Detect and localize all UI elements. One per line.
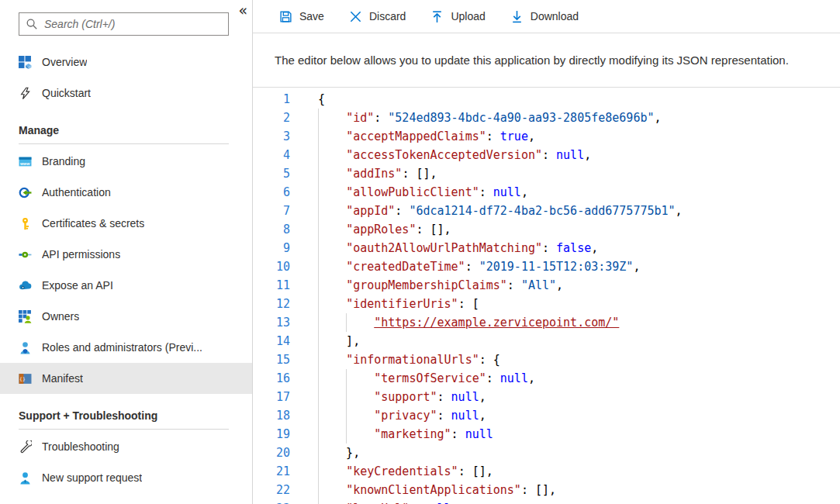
code-text: "logoUrl": null, xyxy=(318,499,458,504)
code-text: "addIns": [], xyxy=(318,164,437,183)
line-number: 4 xyxy=(253,146,290,164)
sidebar-item-new-support-request[interactable]: New support request xyxy=(0,462,252,493)
line-number: 1 xyxy=(253,90,290,109)
sidebar-item-label: Manifest xyxy=(42,372,83,385)
sidebar: « OverviewQuickstartManagewwwBrandingAut… xyxy=(0,0,253,504)
collapse-sidebar-button[interactable]: « xyxy=(238,3,247,18)
code-line[interactable]: 6 "allowPublicClient": null, xyxy=(253,183,840,202)
code-line[interactable]: 22 "knownClientApplications": [], xyxy=(253,481,840,499)
code-line[interactable]: 16 "termsOfService": null, xyxy=(253,369,840,388)
line-number: 5 xyxy=(253,164,290,183)
code-line[interactable]: 2 "id": "524ed893-4bdc-4a90-aa93-2805fe8… xyxy=(253,109,840,127)
line-number: 20 xyxy=(253,444,290,462)
search-input[interactable] xyxy=(19,12,229,36)
sidebar-item-authentication[interactable]: Authentication xyxy=(0,177,252,208)
sidebar-item-label: API permissions xyxy=(42,248,120,261)
code-line[interactable]: 7 "appId": "6dca1214-df72-4ba2-bc56-add6… xyxy=(253,202,840,220)
manifest-icon: {} xyxy=(19,372,32,385)
code-text: "termsOfService": null, xyxy=(318,369,535,388)
sidebar-item-roles-and-administrators-previ[interactable]: Roles and administrators (Previ... xyxy=(0,332,252,363)
code-line[interactable]: 9 "oauth2AllowUrlPathMatching": false, xyxy=(253,239,840,257)
code-line[interactable]: 5 "addIns": [], xyxy=(253,164,840,183)
indent-guide xyxy=(346,369,347,444)
upload-button[interactable]: Upload xyxy=(418,0,497,33)
download-button[interactable]: Download xyxy=(498,0,591,33)
code-line[interactable]: 4 "accessTokenAcceptedVersion": null, xyxy=(253,146,840,164)
code-text: }, xyxy=(318,444,360,462)
toolbar: SaveDiscardUploadDownload xyxy=(253,0,840,33)
code-line[interactable]: 21 "keyCredentials": [], xyxy=(253,462,840,481)
line-number: 2 xyxy=(253,109,290,127)
line-number: 17 xyxy=(253,388,290,406)
line-number: 8 xyxy=(253,220,290,239)
code-line[interactable]: 13 "https://example.zervicepoint.com/" xyxy=(253,313,840,332)
code-text: "keyCredentials": [], xyxy=(318,462,493,481)
code-text: "accessTokenAcceptedVersion": null, xyxy=(318,146,591,164)
sidebar-item-label: New support request xyxy=(42,471,142,484)
code-text: "marketing": null xyxy=(318,425,493,444)
sidebar-item-manifest[interactable]: {}Manifest xyxy=(0,363,252,394)
code-line[interactable]: 1{ xyxy=(253,90,840,109)
code-text: "informationalUrls": { xyxy=(318,350,500,369)
code-text: "support": null, xyxy=(318,388,486,406)
code-text: "appRoles": [], xyxy=(318,220,451,239)
code-text: { xyxy=(318,90,325,109)
branding-icon: www xyxy=(19,155,32,168)
code-line[interactable]: 12 "identifierUris": [ xyxy=(253,295,840,313)
sidebar-section-header: Manage xyxy=(0,109,252,143)
code-line[interactable]: 19 "marketing": null xyxy=(253,425,840,444)
sidebar-item-api-permissions[interactable]: API permissions xyxy=(0,239,252,270)
sidebar-item-overview[interactable]: Overview xyxy=(0,47,252,78)
line-number: 14 xyxy=(253,332,290,350)
manifest-json-editor[interactable]: 1{2 "id": "524ed893-4bdc-4a90-aa93-2805f… xyxy=(253,88,840,504)
toolbar-button-label: Download xyxy=(531,10,579,22)
svg-text:{}: {} xyxy=(19,376,26,382)
code-line[interactable]: 20 }, xyxy=(253,444,840,462)
troubleshooting-icon xyxy=(19,440,32,454)
sidebar-item-label: Expose an API xyxy=(42,279,113,292)
info-bar: The editor below allows you to update th… xyxy=(253,33,840,88)
line-number: 11 xyxy=(253,276,290,295)
sidebar-item-label: Roles and administrators (Previ... xyxy=(42,341,202,354)
code-line[interactable]: 3 "acceptMappedClaims": true, xyxy=(253,127,840,146)
line-number: 6 xyxy=(253,183,290,202)
code-text: "oauth2AllowUrlPathMatching": false, xyxy=(318,239,598,257)
sidebar-item-owners[interactable]: Owners xyxy=(0,301,252,332)
new-support-request-icon xyxy=(19,471,32,485)
code-line[interactable]: 18 "privacy": null, xyxy=(253,406,840,425)
code-line[interactable]: 11 "groupMembershipClaims": "All", xyxy=(253,276,840,295)
sidebar-item-label: Branding xyxy=(42,155,85,167)
editor-info-text: The editor below allows you to update th… xyxy=(275,54,789,67)
code-line[interactable]: 15 "informationalUrls": { xyxy=(253,350,840,369)
sidebar-section-header: Support + Troubleshooting xyxy=(0,394,252,429)
sidebar-item-expose-an-api[interactable]: Expose an API xyxy=(0,270,252,301)
search-box xyxy=(19,12,229,36)
upload-icon xyxy=(430,10,444,23)
api-permissions-icon xyxy=(19,248,32,261)
line-number: 16 xyxy=(253,369,290,388)
sidebar-item-label: Authentication xyxy=(42,186,111,198)
code-text: "appId": "6dca1214-df72-4ba2-bc56-add677… xyxy=(318,202,683,220)
code-line[interactable]: 23 "logoUrl": null, xyxy=(253,499,840,504)
sidebar-item-label: Certificates & secrets xyxy=(42,217,144,230)
code-text: "id": "524ed893-4bdc-4a90-aa93-2805fe8e6… xyxy=(318,109,662,127)
code-line[interactable]: 10 "createdDateTime": "2019-11-15T12:03:… xyxy=(253,257,840,276)
discard-icon xyxy=(349,10,362,23)
code-line[interactable]: 17 "support": null, xyxy=(253,388,840,406)
save-button[interactable]: Save xyxy=(267,0,337,33)
expose-an-api-icon xyxy=(19,279,32,292)
main-pane: SaveDiscardUploadDownload The editor bel… xyxy=(253,0,840,504)
code-line[interactable]: 8 "appRoles": [], xyxy=(253,220,840,239)
sidebar-item-quickstart[interactable]: Quickstart xyxy=(0,78,252,109)
sidebar-item-troubleshooting[interactable]: Troubleshooting xyxy=(0,431,252,462)
discard-button[interactable]: Discard xyxy=(337,0,418,33)
sidebar-item-label: Quickstart xyxy=(42,87,91,99)
sidebar-item-certificates-secrets[interactable]: Certificates & secrets xyxy=(0,208,252,239)
owners-icon xyxy=(19,310,32,323)
code-text: "identifierUris": [ xyxy=(318,295,479,313)
code-line[interactable]: 14 ], xyxy=(253,332,840,350)
download-icon xyxy=(510,10,524,23)
sidebar-item-branding[interactable]: wwwBranding xyxy=(0,146,252,177)
line-number: 21 xyxy=(253,462,290,481)
save-icon xyxy=(279,10,292,23)
